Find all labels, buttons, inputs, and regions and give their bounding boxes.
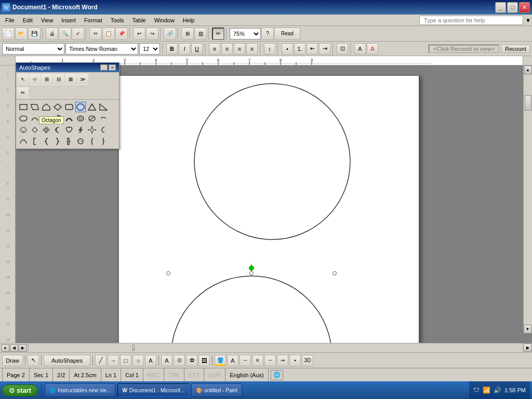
arrow-style-button[interactable]: ⇒ — [277, 355, 288, 366]
selected-circle-container[interactable] — [168, 273, 335, 343]
menu-edit[interactable]: Edit — [19, 16, 37, 24]
tables-button[interactable]: ⊞ — [181, 28, 194, 40]
indent-increase-button[interactable]: ⇥ — [319, 43, 330, 55]
as-more-btn[interactable]: ≫ — [77, 73, 88, 85]
shape-donut[interactable] — [75, 113, 86, 124]
shape-block-arc[interactable] — [64, 113, 74, 124]
maximize-button[interactable]: □ — [507, 2, 518, 13]
new-button[interactable]: 📄 — [2, 28, 15, 40]
arrow-tool-button[interactable]: → — [108, 355, 119, 366]
border-button[interactable]: ⊡ — [337, 43, 348, 55]
print-preview-button[interactable]: 🔍 — [59, 28, 71, 40]
menu-file[interactable]: File — [1, 16, 19, 24]
autoshapes-menu-button[interactable]: AutoShapes — [44, 355, 90, 366]
justify-button[interactable]: ≡ — [246, 43, 258, 55]
shape-pie[interactable] — [52, 113, 63, 124]
shape-lightning[interactable] — [75, 125, 86, 135]
insert-picture-button[interactable]: 🖼 — [198, 355, 210, 366]
as-group-btn[interactable]: ⊞ — [41, 73, 52, 85]
style-select[interactable]: Normal — [2, 43, 64, 55]
shape-brace3[interactable] — [98, 136, 109, 147]
hyperlink-button[interactable]: 🔗 — [164, 28, 176, 40]
handle-top-center[interactable] — [249, 271, 254, 275]
tray-security-icon[interactable]: 🛡 — [473, 387, 480, 394]
selected-circle[interactable] — [168, 273, 335, 343]
draw-menu-button[interactable]: Draw — [2, 355, 23, 366]
highlight-button[interactable]: A — [354, 43, 366, 55]
spell-check-button[interactable]: ✓ — [72, 28, 84, 40]
dash-style-button[interactable]: ╌ — [264, 355, 276, 366]
as-select-btn[interactable]: ↖ — [17, 73, 29, 85]
menu-view[interactable]: View — [37, 16, 58, 24]
shape-tube[interactable] — [75, 136, 86, 147]
line-tool-button[interactable]: ╱ — [95, 355, 107, 366]
align-center-button[interactable]: ≡ — [221, 43, 233, 55]
word-count-display[interactable]: <Click Recount to view> — [429, 45, 499, 53]
menu-format[interactable]: Format — [80, 16, 107, 24]
line-spacing-button[interactable]: ↕ — [264, 43, 275, 55]
zoom-help-button[interactable]: ? — [261, 28, 274, 40]
panel-close-button[interactable]: ✕ — [109, 64, 116, 71]
taskbar-word[interactable]: W Document1 - Microsof... — [117, 383, 189, 397]
taskbar-instructables[interactable]: 🌐 Instructables new ste... — [45, 383, 115, 397]
shape-rectangle[interactable] — [18, 102, 29, 112]
shape-brace-open[interactable] — [41, 136, 51, 147]
shape-sun[interactable] — [30, 125, 40, 135]
shape-arc2[interactable] — [18, 136, 29, 147]
print-button[interactable]: 🖨 — [46, 28, 58, 40]
columns-button[interactable]: ▥ — [194, 28, 207, 40]
open-button[interactable]: 📂 — [15, 28, 28, 40]
fill-color-button[interactable]: 🪣 — [215, 355, 226, 366]
drawing-button[interactable]: ✏ — [212, 28, 224, 40]
cut-button[interactable]: ✂ — [89, 28, 102, 40]
read-button[interactable]: Read — [274, 28, 300, 40]
as-regroup-btn[interactable]: ⊠ — [65, 73, 76, 85]
tray-network-icon[interactable]: 📶 — [483, 387, 490, 394]
font-select[interactable]: Times New Roman — [65, 43, 138, 55]
insert-clipart-button[interactable]: ✿ — [186, 355, 197, 366]
textbox-tool-button[interactable]: A — [145, 355, 156, 366]
menu-table[interactable]: Table — [128, 16, 150, 24]
zoom-select[interactable]: 75% 100% 150% — [230, 28, 261, 39]
draw-select-button[interactable]: ↖ — [28, 355, 39, 366]
italic-button[interactable]: I — [179, 43, 190, 55]
3d-button[interactable]: 3D — [302, 355, 313, 366]
shape-parallelogram[interactable] — [30, 102, 40, 112]
status-lang-icon[interactable]: 🌐 — [271, 370, 283, 380]
shape-brace2[interactable] — [87, 136, 97, 147]
shape-triangle[interactable] — [87, 102, 97, 112]
bold-button[interactable]: B — [166, 43, 178, 55]
shape-brace-close[interactable] — [52, 136, 63, 147]
shape-right-triangle[interactable] — [98, 102, 109, 112]
font-color-button[interactable]: A — [367, 43, 378, 55]
scroll-up-button[interactable]: ▲ — [524, 65, 532, 74]
large-circle[interactable] — [192, 81, 353, 242]
underline-button[interactable]: U — [191, 43, 203, 55]
scroll-thumb[interactable] — [525, 95, 531, 111]
select-browse-object-button[interactable]: ● — [1, 344, 9, 352]
tray-volume-icon[interactable]: 🔊 — [494, 387, 501, 394]
minimize-button[interactable]: _ — [495, 2, 506, 13]
shape-heart[interactable] — [64, 125, 74, 135]
insert-wordart-button[interactable]: A — [161, 355, 172, 366]
menu-tools[interactable]: Tools — [107, 16, 128, 24]
start-button[interactable]: ⊙ start — [2, 384, 38, 396]
shape-gear[interactable] — [87, 125, 97, 135]
numbered-list-button[interactable]: 1. — [294, 43, 305, 55]
help-arrow[interactable]: ▼ — [525, 17, 531, 23]
shape-no[interactable] — [87, 113, 97, 124]
shape-bracket-open[interactable] — [30, 136, 40, 147]
menu-insert[interactable]: Insert — [57, 16, 80, 24]
indent-decrease-button[interactable]: ⇤ — [307, 43, 318, 55]
taskbar-paint[interactable]: 🎨 untitled - Paint — [191, 383, 242, 397]
shape-bracket-open2[interactable] — [64, 136, 74, 147]
as-draw-btn[interactable]: ✏ — [17, 87, 29, 98]
close-button[interactable]: ✕ — [519, 2, 530, 13]
copy-button[interactable]: 📋 — [102, 28, 115, 40]
shape-curve-arrow[interactable] — [98, 113, 109, 124]
shape-smiley[interactable] — [18, 125, 29, 135]
handle-top-right[interactable] — [332, 271, 337, 275]
line-color-button[interactable]: ─ — [240, 355, 251, 366]
help-search-input[interactable] — [419, 16, 523, 25]
shape-crescent[interactable] — [52, 125, 63, 135]
